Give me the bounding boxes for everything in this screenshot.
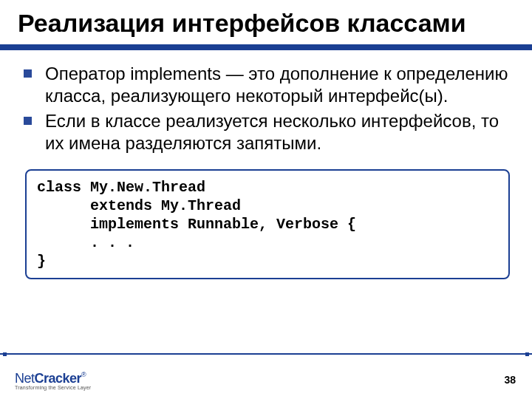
page-number: 38 bbox=[504, 374, 516, 386]
logo-right: Cracker bbox=[35, 371, 82, 386]
title-divider bbox=[18, 42, 514, 52]
bullet-text: Оператор implements — это дополнение к о… bbox=[45, 63, 511, 107]
list-item: Если в классе реализуется несколько инте… bbox=[24, 110, 511, 154]
registered-mark: ® bbox=[81, 371, 86, 378]
list-item: Оператор implements — это дополнение к о… bbox=[24, 63, 511, 107]
bullet-icon bbox=[24, 69, 32, 78]
slide-title: Реализация интерфейсов классами bbox=[18, 9, 514, 38]
code-block: class My.New.Thread extends My.Thread im… bbox=[25, 169, 510, 279]
logo-left: Net bbox=[15, 371, 35, 386]
bullet-text: Если в классе реализуется несколько инте… bbox=[45, 110, 511, 154]
logo-tagline: Transforming the Service Layer bbox=[15, 385, 91, 390]
slide-footer: NetCracker® Transforming the Service Lay… bbox=[0, 356, 532, 386]
body-content: Оператор implements — это дополнение к о… bbox=[18, 63, 514, 279]
footer-divider bbox=[0, 350, 532, 358]
bullet-icon bbox=[24, 117, 32, 125]
netcracker-logo: NetCracker® Transforming the Service Lay… bbox=[15, 371, 91, 390]
